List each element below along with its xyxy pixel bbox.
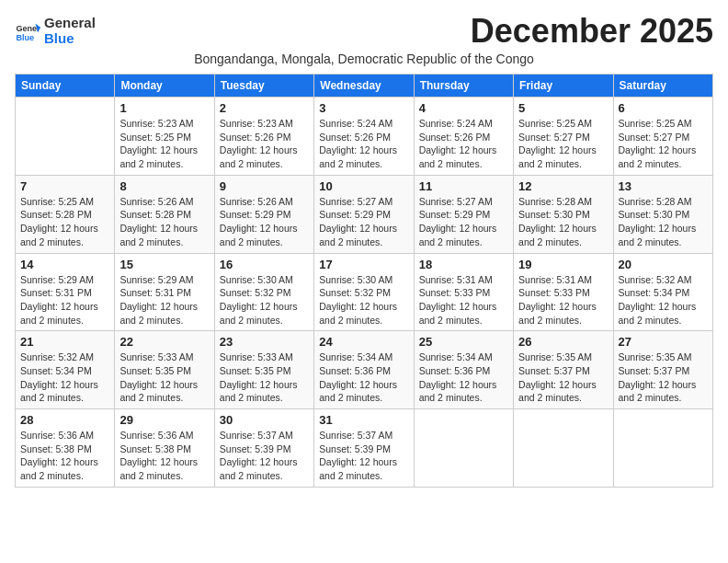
calendar-cell: 30Sunrise: 5:37 AM Sunset: 5:39 PM Dayli…: [214, 409, 313, 488]
calendar-cell: 7Sunrise: 5:25 AM Sunset: 5:28 PM Daylig…: [16, 175, 115, 253]
day-info: Sunrise: 5:33 AM Sunset: 5:35 PM Dayligh…: [220, 350, 309, 405]
day-number: 3: [319, 101, 408, 115]
day-info: Sunrise: 5:31 AM Sunset: 5:33 PM Dayligh…: [419, 273, 508, 327]
day-number: 31: [319, 413, 408, 427]
day-info: Sunrise: 5:34 AM Sunset: 5:36 PM Dayligh…: [319, 350, 408, 405]
day-number: 8: [119, 179, 209, 193]
calendar-cell: 18Sunrise: 5:31 AM Sunset: 5:33 PM Dayli…: [414, 253, 513, 331]
day-info: Sunrise: 5:32 AM Sunset: 5:34 PM Dayligh…: [619, 273, 708, 327]
day-info: Sunrise: 5:36 AM Sunset: 5:38 PM Dayligh…: [119, 429, 209, 483]
calendar-cell: 15Sunrise: 5:29 AM Sunset: 5:31 PM Dayli…: [115, 253, 214, 331]
calendar-cell: 22Sunrise: 5:33 AM Sunset: 5:35 PM Dayli…: [115, 331, 214, 409]
day-number: 21: [20, 335, 109, 349]
calendar-cell: [16, 98, 115, 176]
day-info: Sunrise: 5:35 AM Sunset: 5:37 PM Dayligh…: [518, 350, 608, 405]
day-number: 13: [619, 179, 708, 193]
day-header-friday: Friday: [514, 75, 613, 98]
day-number: 24: [319, 335, 408, 349]
calendar-cell: 6Sunrise: 5:25 AM Sunset: 5:27 PM Daylig…: [613, 98, 712, 176]
day-number: 1: [119, 101, 209, 115]
calendar-cell: 27Sunrise: 5:35 AM Sunset: 5:37 PM Dayli…: [613, 331, 712, 409]
month-title: December 2025: [471, 15, 713, 48]
day-number: 20: [619, 258, 708, 271]
calendar-cell: 4Sunrise: 5:24 AM Sunset: 5:26 PM Daylig…: [414, 98, 513, 176]
day-number: 4: [419, 101, 508, 115]
day-info: Sunrise: 5:25 AM Sunset: 5:27 PM Dayligh…: [619, 117, 708, 171]
day-number: 2: [220, 101, 309, 115]
calendar-cell: 17Sunrise: 5:30 AM Sunset: 5:32 PM Dayli…: [314, 253, 414, 331]
day-info: Sunrise: 5:26 AM Sunset: 5:29 PM Dayligh…: [220, 195, 309, 249]
day-info: Sunrise: 5:28 AM Sunset: 5:30 PM Dayligh…: [518, 195, 608, 249]
calendar-cell: 13Sunrise: 5:28 AM Sunset: 5:30 PM Dayli…: [613, 175, 712, 253]
day-number: 27: [619, 335, 708, 349]
calendar-cell: 1Sunrise: 5:23 AM Sunset: 5:25 PM Daylig…: [115, 98, 214, 176]
day-info: Sunrise: 5:26 AM Sunset: 5:28 PM Dayligh…: [119, 195, 209, 249]
day-info: Sunrise: 5:25 AM Sunset: 5:28 PM Dayligh…: [20, 195, 109, 249]
day-info: Sunrise: 5:33 AM Sunset: 5:35 PM Dayligh…: [119, 350, 209, 405]
logo: General Blue General Blue: [15, 16, 96, 46]
calendar-cell: 31Sunrise: 5:37 AM Sunset: 5:39 PM Dayli…: [314, 409, 414, 488]
day-number: 16: [220, 258, 309, 271]
day-header-saturday: Saturday: [613, 75, 712, 98]
calendar-cell: 10Sunrise: 5:27 AM Sunset: 5:29 PM Dayli…: [314, 175, 414, 253]
day-number: 10: [319, 179, 408, 193]
page-subtitle: Bongandanga, Mongala, Democratic Republi…: [15, 52, 713, 66]
day-number: 26: [518, 335, 608, 349]
logo-general: General: [44, 16, 96, 31]
calendar-cell: 21Sunrise: 5:32 AM Sunset: 5:34 PM Dayli…: [16, 331, 115, 409]
calendar-cell: 23Sunrise: 5:33 AM Sunset: 5:35 PM Dayli…: [214, 331, 313, 409]
day-number: 23: [220, 335, 309, 349]
calendar-cell: 8Sunrise: 5:26 AM Sunset: 5:28 PM Daylig…: [115, 175, 214, 253]
calendar-cell: 20Sunrise: 5:32 AM Sunset: 5:34 PM Dayli…: [613, 253, 712, 331]
day-info: Sunrise: 5:30 AM Sunset: 5:32 PM Dayligh…: [220, 273, 309, 327]
calendar-cell: 11Sunrise: 5:27 AM Sunset: 5:29 PM Dayli…: [414, 175, 513, 253]
day-info: Sunrise: 5:25 AM Sunset: 5:27 PM Dayligh…: [518, 117, 608, 171]
day-number: 18: [419, 258, 508, 271]
day-header-sunday: Sunday: [16, 75, 115, 98]
calendar-cell: 2Sunrise: 5:23 AM Sunset: 5:26 PM Daylig…: [214, 98, 313, 176]
calendar-cell: [514, 409, 613, 488]
day-info: Sunrise: 5:27 AM Sunset: 5:29 PM Dayligh…: [319, 195, 408, 249]
day-number: 5: [518, 101, 608, 115]
day-number: 7: [20, 179, 109, 193]
day-header-tuesday: Tuesday: [214, 75, 313, 98]
day-info: Sunrise: 5:29 AM Sunset: 5:31 PM Dayligh…: [119, 273, 209, 327]
calendar-cell: [613, 409, 712, 488]
calendar-cell: 26Sunrise: 5:35 AM Sunset: 5:37 PM Dayli…: [514, 331, 613, 409]
calendar-cell: 16Sunrise: 5:30 AM Sunset: 5:32 PM Dayli…: [214, 253, 313, 331]
logo-blue: Blue: [44, 31, 96, 47]
day-info: Sunrise: 5:31 AM Sunset: 5:33 PM Dayligh…: [518, 273, 608, 327]
day-info: Sunrise: 5:32 AM Sunset: 5:34 PM Dayligh…: [20, 350, 109, 405]
calendar-cell: 28Sunrise: 5:36 AM Sunset: 5:38 PM Dayli…: [16, 409, 115, 488]
day-number: 28: [20, 413, 109, 427]
svg-text:Blue: Blue: [16, 32, 34, 41]
day-number: 6: [619, 101, 708, 115]
day-info: Sunrise: 5:36 AM Sunset: 5:38 PM Dayligh…: [20, 429, 109, 483]
day-number: 25: [419, 335, 508, 349]
day-number: 30: [220, 413, 309, 427]
day-info: Sunrise: 5:28 AM Sunset: 5:30 PM Dayligh…: [619, 195, 708, 249]
day-info: Sunrise: 5:27 AM Sunset: 5:29 PM Dayligh…: [419, 195, 508, 249]
general-blue-icon: General Blue: [15, 18, 40, 44]
calendar-cell: 12Sunrise: 5:28 AM Sunset: 5:30 PM Dayli…: [514, 175, 613, 253]
day-header-wednesday: Wednesday: [314, 75, 414, 98]
day-info: Sunrise: 5:30 AM Sunset: 5:32 PM Dayligh…: [319, 273, 408, 327]
day-header-thursday: Thursday: [414, 75, 513, 98]
day-number: 14: [20, 258, 109, 271]
calendar-cell: 25Sunrise: 5:34 AM Sunset: 5:36 PM Dayli…: [414, 331, 513, 409]
calendar-cell: 9Sunrise: 5:26 AM Sunset: 5:29 PM Daylig…: [214, 175, 313, 253]
day-info: Sunrise: 5:23 AM Sunset: 5:26 PM Dayligh…: [220, 117, 309, 171]
calendar-cell: 14Sunrise: 5:29 AM Sunset: 5:31 PM Dayli…: [16, 253, 115, 331]
day-info: Sunrise: 5:37 AM Sunset: 5:39 PM Dayligh…: [319, 429, 408, 483]
day-number: 12: [518, 179, 608, 193]
day-number: 17: [319, 258, 408, 271]
day-info: Sunrise: 5:23 AM Sunset: 5:25 PM Dayligh…: [119, 117, 209, 171]
day-info: Sunrise: 5:24 AM Sunset: 5:26 PM Dayligh…: [319, 117, 408, 171]
day-number: 22: [119, 335, 209, 349]
day-info: Sunrise: 5:34 AM Sunset: 5:36 PM Dayligh…: [419, 350, 508, 405]
day-info: Sunrise: 5:37 AM Sunset: 5:39 PM Dayligh…: [220, 429, 309, 483]
day-info: Sunrise: 5:29 AM Sunset: 5:31 PM Dayligh…: [20, 273, 109, 327]
calendar-cell: 19Sunrise: 5:31 AM Sunset: 5:33 PM Dayli…: [514, 253, 613, 331]
day-number: 15: [119, 258, 209, 271]
day-number: 9: [220, 179, 309, 193]
